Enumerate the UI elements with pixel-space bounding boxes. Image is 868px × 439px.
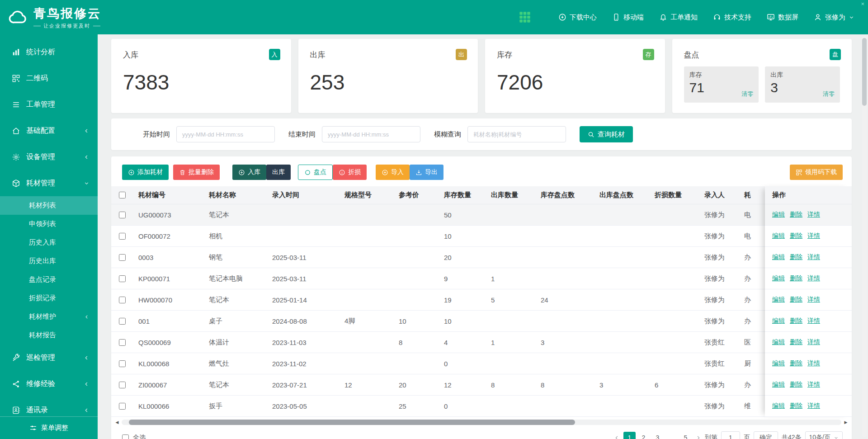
table-row[interactable]: KL000066 扳手 2023-05-05 25	[111, 396, 852, 417]
submenu-item[interactable]: 盘点记录	[0, 270, 98, 289]
sidebar-item-qrcode[interactable]: 二维码	[0, 65, 98, 91]
scroll-left-arrow[interactable]: ◀	[114, 419, 120, 425]
delete-link[interactable]: 删除	[790, 381, 802, 389]
row-checkbox[interactable]	[119, 233, 126, 240]
nav-workorder-notice[interactable]: 工单通知	[659, 13, 698, 22]
detail-link[interactable]: 详情	[807, 359, 820, 368]
detail-link[interactable]: 详情	[807, 232, 820, 240]
page-button[interactable]: 3	[651, 432, 664, 439]
row-checkbox[interactable]	[119, 403, 126, 410]
submenu-item[interactable]: 历史出库	[0, 252, 98, 270]
nav-user-menu[interactable]: 张修为	[814, 13, 854, 22]
scrollbar-track[interactable]	[122, 420, 841, 425]
export-button[interactable]: 导出	[410, 165, 443, 180]
detail-link[interactable]: 详情	[807, 296, 820, 304]
submenu-item[interactable]: 耗材报告	[0, 326, 98, 345]
stock-check-button[interactable]: 盘点	[298, 165, 333, 180]
nav-tech-support[interactable]: 技术支持	[713, 13, 751, 22]
pickup-code-download-button[interactable]: 领用码下载	[790, 165, 843, 180]
fuzzy-query-input[interactable]	[467, 126, 566, 142]
detail-link[interactable]: 详情	[807, 317, 820, 325]
table-row[interactable]: 001 桌子 2024-08-08 4脚 10 1	[111, 311, 852, 332]
row-checkbox[interactable]	[119, 339, 126, 346]
sidebar-item-basic-config[interactable]: 基础配置	[0, 118, 98, 144]
scroll-right-arrow[interactable]: ▶	[843, 419, 849, 425]
end-time-input[interactable]	[322, 126, 420, 142]
delete-link[interactable]: 删除	[790, 232, 802, 240]
table-row[interactable]: UG000073 笔记本 50	[111, 204, 852, 226]
stock-out-button[interactable]: 出库	[266, 165, 291, 180]
add-consumable-button[interactable]: 添加耗材	[122, 165, 169, 180]
edit-link[interactable]: 编辑	[772, 359, 785, 368]
edit-link[interactable]: 编辑	[772, 211, 785, 219]
row-checkbox[interactable]	[119, 212, 126, 218]
submenu-item[interactable]: 耗材列表	[0, 196, 98, 215]
nav-mobile[interactable]: 移动端	[612, 13, 644, 22]
stock-in-button[interactable]: 入库	[232, 165, 266, 180]
sidebar-item-device-mgmt[interactable]: 设备管理	[0, 144, 98, 170]
page-size-select[interactable]: 10条/页	[805, 431, 843, 439]
row-checkbox[interactable]	[119, 275, 126, 282]
table-row[interactable]: HW000070 笔记本 2025-01-14	[111, 289, 852, 311]
sidebar-item-repair-experience[interactable]: 维修经验	[0, 371, 98, 397]
vertical-scrollbar-thumb[interactable]	[862, 38, 867, 106]
edit-link[interactable]: 编辑	[772, 338, 785, 346]
sidebar-item-workorder[interactable]: 工单管理	[0, 91, 98, 118]
page-button[interactable]: 1	[623, 432, 636, 439]
table-row[interactable]: 0003 钢笔 2025-03-11 20	[111, 247, 852, 268]
edit-link[interactable]: 编辑	[772, 296, 785, 304]
submenu-item[interactable]: 申领列表	[0, 215, 98, 233]
table-row[interactable]: QS000069 体温计 2023-11-03 8	[111, 332, 852, 353]
select-all-footer-checkbox[interactable]	[122, 434, 129, 439]
delete-link[interactable]: 删除	[790, 253, 802, 261]
next-page-icon[interactable]	[695, 435, 701, 439]
row-checkbox[interactable]	[119, 318, 126, 325]
sidebar-menu-adjust[interactable]: 菜单调整	[0, 416, 98, 439]
delete-link[interactable]: 删除	[790, 359, 802, 368]
loss-button[interactable]: 折损	[333, 165, 367, 180]
delete-link[interactable]: 删除	[790, 338, 802, 346]
search-consumables-button[interactable]: 查询耗材	[580, 126, 633, 142]
edit-link[interactable]: 编辑	[772, 232, 785, 240]
apps-grid-icon[interactable]	[519, 11, 531, 24]
table-row[interactable]: KP000071 笔记本电脑 2025-03-11	[111, 268, 852, 289]
import-button[interactable]: 导入	[376, 165, 410, 180]
batch-delete-button[interactable]: 批量删除	[173, 165, 220, 180]
delete-link[interactable]: 删除	[790, 211, 802, 219]
delete-link[interactable]: 删除	[790, 317, 802, 325]
submenu-item[interactable]: 历史入库	[0, 233, 98, 252]
detail-link[interactable]: 详情	[807, 338, 820, 346]
edit-link[interactable]: 编辑	[772, 402, 785, 410]
detail-link[interactable]: 详情	[807, 253, 820, 261]
sidebar-item-statistics[interactable]: 统计分析	[0, 39, 98, 65]
submenu-item[interactable]: 耗材维护	[0, 307, 98, 326]
delete-link[interactable]: 删除	[790, 296, 802, 304]
page-jump-input[interactable]	[721, 431, 740, 439]
nav-data-screen[interactable]: 数据屏	[767, 13, 798, 22]
detail-link[interactable]: 详情	[807, 274, 820, 283]
detail-link[interactable]: 详情	[807, 381, 820, 389]
reset-stock-link[interactable]: 清零	[741, 90, 753, 98]
row-checkbox[interactable]	[119, 297, 126, 303]
table-row[interactable]: OF000072 相机 10	[111, 226, 852, 247]
delete-link[interactable]: 删除	[790, 402, 802, 410]
vertical-scrollbar[interactable]	[862, 36, 867, 437]
delete-link[interactable]: 删除	[790, 274, 802, 283]
close-icon[interactable]: ×	[861, 0, 864, 7]
scrollbar-thumb[interactable]	[129, 420, 575, 425]
row-checkbox[interactable]	[119, 254, 126, 261]
detail-link[interactable]: 详情	[807, 211, 820, 219]
submenu-item[interactable]: 折损记录	[0, 289, 98, 307]
row-checkbox[interactable]	[119, 360, 126, 367]
page-button[interactable]: ...	[665, 432, 678, 439]
row-checkbox[interactable]	[119, 382, 126, 388]
sidebar-item-inspection[interactable]: 巡检管理	[0, 345, 98, 371]
page-button[interactable]: 5	[679, 432, 692, 439]
nav-download-center[interactable]: 下载中心	[558, 13, 597, 22]
page-button[interactable]: 2	[637, 432, 650, 439]
prev-page-icon[interactable]	[614, 435, 620, 439]
start-time-input[interactable]	[176, 126, 275, 142]
sidebar-item-consumables[interactable]: 耗材管理	[0, 170, 98, 196]
detail-link[interactable]: 详情	[807, 402, 820, 410]
edit-link[interactable]: 编辑	[772, 317, 785, 325]
